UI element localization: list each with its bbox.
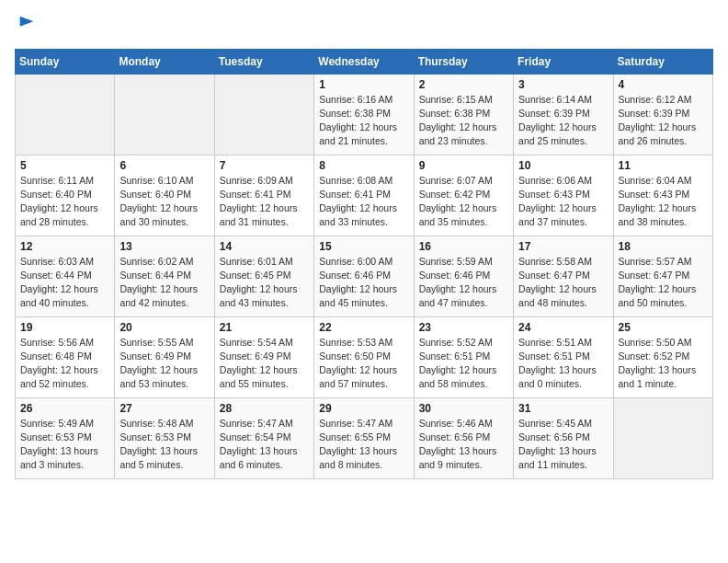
calendar-cell: 12Sunrise: 6:03 AM Sunset: 6:44 PM Dayli… xyxy=(16,236,115,316)
day-number: 18 xyxy=(619,240,708,253)
calendar-cell: 13Sunrise: 6:02 AM Sunset: 6:44 PM Dayli… xyxy=(115,236,214,316)
page-header xyxy=(15,15,713,40)
day-info: Sunrise: 6:02 AM Sunset: 6:44 PM Dayligh… xyxy=(119,255,209,311)
day-number: 28 xyxy=(220,402,309,415)
calendar-cell: 2Sunrise: 6:15 AM Sunset: 6:38 PM Daylig… xyxy=(414,74,513,155)
day-info: Sunrise: 6:10 AM Sunset: 6:40 PM Dayligh… xyxy=(119,174,209,230)
day-info: Sunrise: 6:16 AM Sunset: 6:38 PM Dayligh… xyxy=(319,93,408,149)
day-info: Sunrise: 5:48 AM Sunset: 6:53 PM Dayligh… xyxy=(119,417,209,473)
day-info: Sunrise: 5:51 AM Sunset: 6:51 PM Dayligh… xyxy=(518,336,608,392)
svg-marker-0 xyxy=(20,17,34,27)
day-number: 27 xyxy=(119,402,209,415)
day-info: Sunrise: 6:06 AM Sunset: 6:43 PM Dayligh… xyxy=(518,174,608,230)
calendar-cell: 24Sunrise: 5:51 AM Sunset: 6:51 PM Dayli… xyxy=(514,316,613,397)
calendar-cell: 7Sunrise: 6:09 AM Sunset: 6:41 PM Daylig… xyxy=(214,155,313,236)
calendar-cell xyxy=(214,74,313,155)
day-number: 1 xyxy=(319,78,408,91)
logo xyxy=(15,15,37,40)
calendar-cell: 8Sunrise: 6:08 AM Sunset: 6:41 PM Daylig… xyxy=(314,155,414,236)
weekday-header: Saturday xyxy=(613,49,712,74)
calendar-cell: 21Sunrise: 5:54 AM Sunset: 6:49 PM Dayli… xyxy=(214,316,313,397)
day-info: Sunrise: 5:55 AM Sunset: 6:49 PM Dayligh… xyxy=(119,336,209,392)
calendar-cell xyxy=(115,74,214,155)
calendar-cell: 31Sunrise: 5:45 AM Sunset: 6:56 PM Dayli… xyxy=(514,397,613,478)
calendar-cell: 16Sunrise: 5:59 AM Sunset: 6:46 PM Dayli… xyxy=(414,236,513,316)
day-number: 11 xyxy=(619,159,708,172)
calendar-cell: 19Sunrise: 5:56 AM Sunset: 6:48 PM Dayli… xyxy=(16,316,115,397)
day-info: Sunrise: 5:47 AM Sunset: 6:55 PM Dayligh… xyxy=(319,417,408,473)
day-info: Sunrise: 6:14 AM Sunset: 6:39 PM Dayligh… xyxy=(518,93,608,149)
day-info: Sunrise: 6:15 AM Sunset: 6:38 PM Dayligh… xyxy=(419,93,508,149)
calendar-cell: 5Sunrise: 6:11 AM Sunset: 6:40 PM Daylig… xyxy=(16,155,115,236)
calendar-cell: 15Sunrise: 6:00 AM Sunset: 6:46 PM Dayli… xyxy=(314,236,414,316)
calendar-cell: 11Sunrise: 6:04 AM Sunset: 6:43 PM Dayli… xyxy=(613,155,712,236)
calendar-cell: 18Sunrise: 5:57 AM Sunset: 6:47 PM Dayli… xyxy=(613,236,712,316)
day-number: 31 xyxy=(518,402,608,415)
calendar-cell: 26Sunrise: 5:49 AM Sunset: 6:53 PM Dayli… xyxy=(16,397,115,478)
day-number: 29 xyxy=(319,402,408,415)
day-number: 8 xyxy=(319,159,408,172)
day-number: 21 xyxy=(220,321,309,334)
day-number: 12 xyxy=(20,240,109,253)
weekday-header: Sunday xyxy=(16,49,115,74)
day-info: Sunrise: 6:08 AM Sunset: 6:41 PM Dayligh… xyxy=(319,174,408,230)
calendar-week-row: 26Sunrise: 5:49 AM Sunset: 6:53 PM Dayli… xyxy=(16,397,713,478)
calendar-week-row: 1Sunrise: 6:16 AM Sunset: 6:38 PM Daylig… xyxy=(16,74,713,155)
day-number: 4 xyxy=(619,78,708,91)
day-number: 9 xyxy=(419,159,508,172)
day-info: Sunrise: 6:03 AM Sunset: 6:44 PM Dayligh… xyxy=(20,255,109,311)
day-number: 2 xyxy=(419,78,508,91)
day-number: 25 xyxy=(619,321,708,334)
calendar-header: SundayMondayTuesdayWednesdayThursdayFrid… xyxy=(16,49,713,74)
calendar-cell: 28Sunrise: 5:47 AM Sunset: 6:54 PM Dayli… xyxy=(214,397,313,478)
calendar-cell: 1Sunrise: 6:16 AM Sunset: 6:38 PM Daylig… xyxy=(314,74,414,155)
calendar-week-row: 12Sunrise: 6:03 AM Sunset: 6:44 PM Dayli… xyxy=(16,236,713,316)
logo-flag-icon xyxy=(17,15,37,35)
day-info: Sunrise: 6:04 AM Sunset: 6:43 PM Dayligh… xyxy=(619,174,708,230)
day-number: 16 xyxy=(419,240,508,253)
day-number: 3 xyxy=(518,78,608,91)
day-info: Sunrise: 5:57 AM Sunset: 6:47 PM Dayligh… xyxy=(619,255,708,311)
day-info: Sunrise: 6:09 AM Sunset: 6:41 PM Dayligh… xyxy=(220,174,309,230)
day-info: Sunrise: 5:45 AM Sunset: 6:56 PM Dayligh… xyxy=(518,417,608,473)
weekday-header: Thursday xyxy=(414,49,513,74)
day-number: 20 xyxy=(119,321,209,334)
calendar-cell: 14Sunrise: 6:01 AM Sunset: 6:45 PM Dayli… xyxy=(214,236,313,316)
calendar-week-row: 19Sunrise: 5:56 AM Sunset: 6:48 PM Dayli… xyxy=(16,316,713,397)
calendar-cell: 22Sunrise: 5:53 AM Sunset: 6:50 PM Dayli… xyxy=(314,316,414,397)
day-number: 5 xyxy=(20,159,109,172)
day-number: 22 xyxy=(319,321,408,334)
day-number: 6 xyxy=(119,159,209,172)
day-info: Sunrise: 5:59 AM Sunset: 6:46 PM Dayligh… xyxy=(419,255,508,311)
day-info: Sunrise: 5:54 AM Sunset: 6:49 PM Dayligh… xyxy=(220,336,309,392)
day-info: Sunrise: 5:58 AM Sunset: 6:47 PM Dayligh… xyxy=(518,255,608,311)
day-number: 24 xyxy=(518,321,608,334)
weekday-header: Wednesday xyxy=(314,49,414,74)
day-number: 19 xyxy=(20,321,109,334)
day-info: Sunrise: 5:53 AM Sunset: 6:50 PM Dayligh… xyxy=(319,336,408,392)
calendar-table: SundayMondayTuesdayWednesdayThursdayFrid… xyxy=(15,49,713,479)
calendar-cell: 10Sunrise: 6:06 AM Sunset: 6:43 PM Dayli… xyxy=(514,155,613,236)
day-number: 17 xyxy=(518,240,608,253)
weekday-header: Friday xyxy=(514,49,613,74)
day-number: 15 xyxy=(319,240,408,253)
day-info: Sunrise: 5:52 AM Sunset: 6:51 PM Dayligh… xyxy=(419,336,508,392)
day-number: 26 xyxy=(20,402,109,415)
calendar-cell: 29Sunrise: 5:47 AM Sunset: 6:55 PM Dayli… xyxy=(314,397,414,478)
calendar-cell: 4Sunrise: 6:12 AM Sunset: 6:39 PM Daylig… xyxy=(613,74,712,155)
day-info: Sunrise: 6:07 AM Sunset: 6:42 PM Dayligh… xyxy=(419,174,508,230)
calendar-cell: 23Sunrise: 5:52 AM Sunset: 6:51 PM Dayli… xyxy=(414,316,513,397)
day-info: Sunrise: 6:11 AM Sunset: 6:40 PM Dayligh… xyxy=(20,174,109,230)
day-info: Sunrise: 6:12 AM Sunset: 6:39 PM Dayligh… xyxy=(619,93,708,149)
day-info: Sunrise: 5:46 AM Sunset: 6:56 PM Dayligh… xyxy=(419,417,508,473)
day-number: 14 xyxy=(220,240,309,253)
day-number: 23 xyxy=(419,321,508,334)
day-info: Sunrise: 6:01 AM Sunset: 6:45 PM Dayligh… xyxy=(220,255,309,311)
calendar-cell xyxy=(16,74,115,155)
day-number: 7 xyxy=(220,159,309,172)
calendar-week-row: 5Sunrise: 6:11 AM Sunset: 6:40 PM Daylig… xyxy=(16,155,713,236)
calendar-cell: 6Sunrise: 6:10 AM Sunset: 6:40 PM Daylig… xyxy=(115,155,214,236)
day-number: 13 xyxy=(119,240,209,253)
calendar-cell: 3Sunrise: 6:14 AM Sunset: 6:39 PM Daylig… xyxy=(514,74,613,155)
calendar-cell xyxy=(613,397,712,478)
